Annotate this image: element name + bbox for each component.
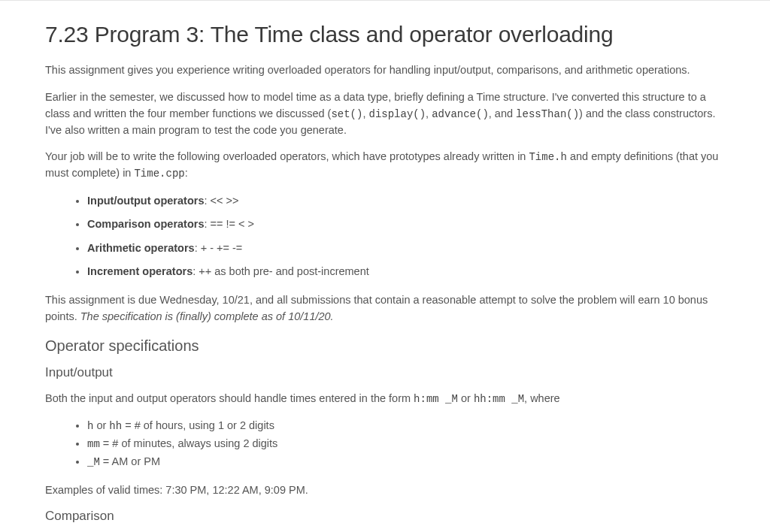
list-item: Increment operators: ++ as both pre- and… xyxy=(87,263,725,280)
code-mm: mm xyxy=(87,438,100,450)
op-label-io: Input/output operators xyxy=(87,195,204,207)
document-page: 7.23 Program 3: The Time class and opera… xyxy=(0,0,770,524)
code-hh: hh xyxy=(109,420,122,432)
io-format-paragraph: Both the input and output operators shou… xyxy=(45,391,725,407)
format-list: h or hh = # of hours, using 1 or 2 digit… xyxy=(45,418,725,470)
text-run: = # of hours, using 1 or 2 digits xyxy=(122,419,274,431)
code-format-1: h:mm _M xyxy=(414,393,458,405)
text-run: or xyxy=(458,392,474,404)
text-run: or xyxy=(93,419,109,431)
text-run: Your job will be to write the following … xyxy=(45,150,529,162)
list-item: h or hh = # of hours, using 1 or 2 digit… xyxy=(87,418,725,434)
list-item: Input/output operators: << >> xyxy=(87,192,725,210)
code-set: set() xyxy=(331,108,362,120)
list-item: mm = # of minutes, always using 2 digits xyxy=(87,436,725,452)
intro-paragraph-1: This assignment gives you experience wri… xyxy=(45,62,725,79)
code-advance: advance() xyxy=(432,108,489,120)
subsection-heading-io: Input/output xyxy=(45,365,725,380)
text-run: Both the input and output operators shou… xyxy=(45,392,414,404)
section-heading-spec: Operator specifications xyxy=(45,337,725,355)
list-item: _M = AM or PM xyxy=(87,454,725,470)
code-time-cpp: Time.cpp xyxy=(134,168,184,180)
text-run: , and xyxy=(489,107,516,119)
op-values-cmp: : == != < > xyxy=(205,218,255,230)
op-label-arith: Arithmetic operators xyxy=(87,242,195,254)
text-run: = AM or PM xyxy=(100,455,160,467)
code-format-2: hh:mm _M xyxy=(474,393,524,405)
page-title: 7.23 Program 3: The Time class and opera… xyxy=(45,22,725,47)
op-values-inc: : ++ as both pre- and post-increment xyxy=(192,265,369,277)
spec-complete-note: The specification is (finally) complete … xyxy=(80,310,334,322)
op-label-inc: Increment operators xyxy=(87,265,192,277)
subsection-heading-comparison: Comparison xyxy=(45,509,725,524)
op-values-arith: : + - += -= xyxy=(195,242,243,254)
text-run: : xyxy=(185,167,188,179)
intro-paragraph-3: Your job will be to write the following … xyxy=(45,149,725,182)
code-time-h: Time.h xyxy=(529,151,566,163)
list-item: Comparison operators: == != < > xyxy=(87,216,725,233)
list-item: Arithmetic operators: + - += -= xyxy=(87,240,725,257)
code-ampm: _M xyxy=(87,456,100,468)
op-values-io: : << >> xyxy=(204,195,238,207)
code-display: display() xyxy=(368,108,426,120)
text-run: , where xyxy=(524,392,560,404)
examples-paragraph: Examples of valid times: 7:30 PM, 12:22 … xyxy=(45,482,725,499)
text-run: , xyxy=(426,107,432,119)
operator-list: Input/output operators: << >> Comparison… xyxy=(45,192,725,280)
text-run: = # of minutes, always using 2 digits xyxy=(100,437,278,449)
op-label-cmp: Comparison operators xyxy=(87,218,205,230)
due-paragraph: This assignment is due Wednesday, 10/21,… xyxy=(45,292,725,325)
code-lessthan: lessThan() xyxy=(516,108,579,120)
intro-paragraph-2: Earlier in the semester, we discussed ho… xyxy=(45,89,725,139)
